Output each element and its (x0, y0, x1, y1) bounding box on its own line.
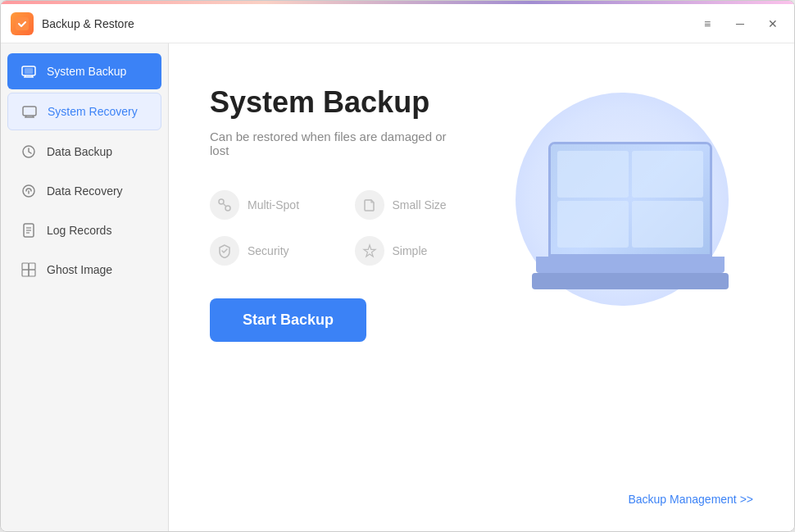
sidebar-item-data-backup-label: Data Backup (47, 145, 112, 158)
laptop-screen-inner (551, 144, 710, 254)
minimize-icon: ─ (736, 17, 744, 30)
feature-security-label: Security (248, 244, 289, 257)
window-controls: ≡ ─ ✕ (696, 12, 784, 35)
close-icon: ✕ (768, 17, 778, 30)
log-records-icon (20, 222, 37, 239)
feature-small-size: Small Size (355, 190, 467, 220)
start-backup-button[interactable]: Start Backup (210, 298, 366, 342)
sidebar-item-system-recovery-label: System Recovery (48, 105, 138, 118)
app-window: Backup & Restore ≡ ─ ✕ (0, 0, 795, 532)
menu-icon: ≡ (704, 17, 711, 30)
system-backup-icon (20, 63, 37, 80)
data-backup-icon (20, 143, 37, 160)
sidebar-item-data-recovery-label: Data Recovery (47, 184, 123, 198)
laptop-screen (548, 142, 712, 257)
sidebar-item-log-records-label: Log Records (47, 224, 111, 237)
svg-rect-3 (23, 107, 36, 116)
small-size-icon (355, 190, 384, 220)
sidebar-item-system-backup-label: System Backup (47, 65, 126, 78)
screen-block-1 (557, 151, 629, 198)
simple-icon (355, 236, 384, 266)
screen-block-3 (557, 201, 629, 248)
svg-rect-0 (16, 17, 29, 30)
sidebar-item-data-backup[interactable]: Data Backup (7, 134, 161, 170)
screen-block-2 (632, 151, 703, 198)
laptop-bottom (532, 273, 729, 289)
data-recovery-icon (20, 183, 37, 199)
sidebar-item-ghost-image-label: Ghost Image (47, 263, 112, 276)
ghost-image-icon (20, 261, 37, 278)
laptop-base (536, 257, 725, 273)
feature-simple: Simple (355, 236, 467, 266)
minimize-button[interactable]: ─ (729, 12, 752, 35)
close-button[interactable]: ✕ (761, 12, 784, 35)
app-title: Backup & Restore (42, 17, 696, 30)
feature-multi-spot-label: Multi-Spot (248, 198, 299, 211)
svg-rect-13 (29, 270, 35, 276)
illustration (491, 84, 753, 330)
svg-rect-10 (22, 263, 29, 270)
sidebar-item-data-recovery[interactable]: Data Recovery (7, 173, 161, 209)
content-left: System Backup Can be restored when files… (210, 84, 491, 342)
main-area: System Backup System Recovery (1, 43, 794, 531)
svg-rect-2 (25, 68, 33, 74)
svg-rect-11 (29, 263, 35, 270)
sidebar-item-system-recovery[interactable]: System Recovery (7, 93, 161, 130)
svg-rect-12 (22, 270, 29, 276)
sidebar: System Backup System Recovery (1, 43, 169, 531)
multi-spot-icon (210, 190, 239, 220)
screen-block-4 (632, 201, 703, 248)
feature-multi-spot: Multi-Spot (210, 190, 322, 220)
content-area: System Backup Can be restored when files… (169, 43, 794, 531)
security-icon (210, 236, 239, 266)
sidebar-item-log-records[interactable]: Log Records (7, 212, 161, 248)
menu-button[interactable]: ≡ (696, 12, 719, 35)
svg-line-16 (223, 203, 226, 207)
backup-management-link[interactable]: Backup Management >> (628, 493, 753, 506)
content-top: System Backup Can be restored when files… (210, 84, 753, 484)
page-subtitle: Can be restored when files are damaged o… (210, 130, 466, 157)
laptop-illustration (532, 109, 737, 306)
title-bar: Backup & Restore ≡ ─ ✕ (1, 4, 794, 43)
features-grid: Multi-Spot Small Size (210, 190, 466, 266)
feature-small-size-label: Small Size (393, 198, 447, 211)
app-logo (11, 12, 34, 35)
page-title: System Backup (210, 84, 466, 120)
feature-simple-label: Simple (393, 244, 428, 257)
sidebar-item-system-backup[interactable]: System Backup (7, 53, 161, 89)
sidebar-item-ghost-image[interactable]: Ghost Image (7, 252, 161, 288)
content-footer: Backup Management >> (210, 484, 753, 507)
system-recovery-icon (21, 103, 38, 120)
feature-security: Security (210, 236, 322, 266)
